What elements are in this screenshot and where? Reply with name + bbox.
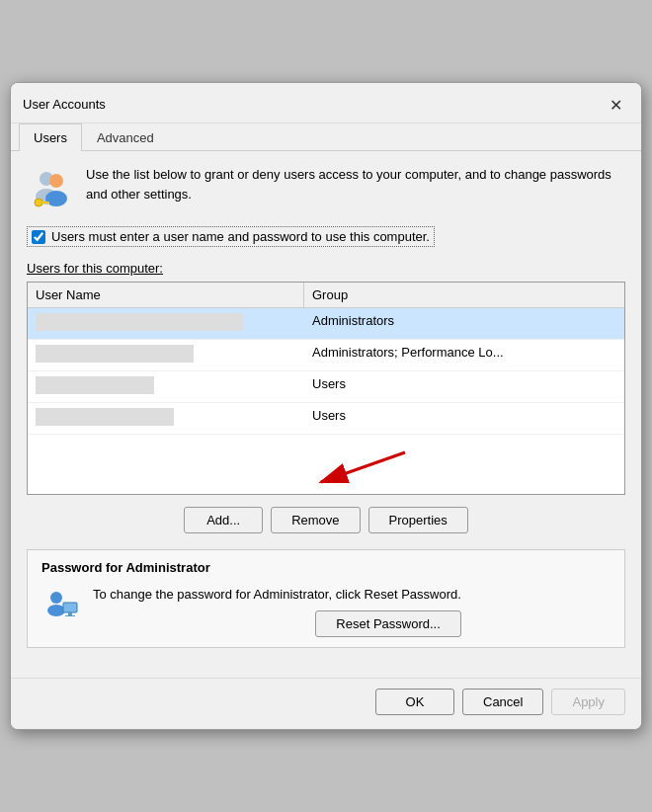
info-box: Use the list below to grant or deny user… (27, 165, 625, 212)
blurred-username (36, 376, 154, 394)
properties-button[interactable]: Properties (368, 507, 468, 533)
cell-username (28, 403, 304, 434)
cell-group: Users (304, 371, 624, 402)
title-bar: User Accounts ✕ (11, 83, 641, 123)
svg-point-9 (50, 592, 62, 604)
password-content: To change the password for Administrator… (41, 585, 611, 637)
tab-users[interactable]: Users (19, 123, 82, 151)
users-section-label: Users for this computer: (27, 261, 625, 276)
add-button[interactable]: Add... (184, 507, 263, 533)
users-table: User Name Group Administrators Administr… (27, 282, 625, 495)
svg-point-2 (49, 174, 63, 188)
col-username: User Name (28, 283, 304, 307)
svg-rect-6 (47, 202, 49, 204)
blurred-username (36, 313, 243, 331)
cell-username (28, 371, 304, 402)
apply-button[interactable]: Apply (551, 689, 625, 715)
tab-advanced[interactable]: Advanced (82, 123, 169, 151)
close-button[interactable]: ✕ (602, 91, 629, 119)
table-row[interactable]: Users (28, 403, 624, 435)
svg-line-8 (321, 452, 405, 482)
table-actions: Add... Remove Properties (27, 507, 625, 533)
blurred-username (36, 408, 174, 426)
ok-button[interactable]: OK (375, 689, 454, 715)
users-label-text: Users for this computer: (27, 261, 163, 276)
checkbox-container: Users must enter a user name and passwor… (27, 226, 625, 247)
password-section: Password for Administrator To change the… (27, 549, 625, 648)
password-info: To change the password for Administrator… (93, 585, 461, 637)
dialog-content: Use the list below to grant or deny user… (11, 151, 641, 678)
cell-group: Administrators; Performance Lo... (304, 340, 624, 370)
table-row[interactable]: Administrators (28, 308, 624, 340)
red-arrow-icon (227, 438, 425, 492)
table-row[interactable]: Users (28, 371, 624, 403)
col-group: Group (304, 283, 624, 307)
cell-username (28, 308, 304, 339)
svg-point-4 (35, 199, 42, 206)
dialog-footer: OK Cancel Apply (11, 678, 641, 729)
cell-group: Users (304, 403, 624, 434)
user-accounts-dialog: User Accounts ✕ Users Advanced (10, 82, 642, 730)
table-header: User Name Group (28, 283, 624, 308)
tab-bar: Users Advanced (11, 123, 641, 151)
must-enter-password-checkbox[interactable] (32, 230, 45, 244)
svg-rect-13 (65, 615, 75, 616)
cancel-button[interactable]: Cancel (462, 689, 543, 715)
users-icon (27, 165, 74, 212)
info-text: Use the list below to grant or deny user… (86, 165, 625, 203)
table-body: Administrators Administrators; Performan… (28, 308, 624, 494)
password-description: To change the password for Administrator… (93, 585, 461, 605)
table-row[interactable]: Administrators; Performance Lo... (28, 340, 624, 371)
checkbox-text: Users must enter a user name and passwor… (51, 229, 430, 244)
password-icon (41, 585, 81, 624)
dialog-title: User Accounts (23, 97, 106, 118)
cell-group: Administrators (304, 308, 624, 339)
blurred-username (36, 345, 194, 363)
reset-password-button[interactable]: Reset Password... (315, 610, 461, 637)
svg-rect-12 (68, 612, 72, 615)
cell-username (28, 340, 304, 370)
must-enter-password-label[interactable]: Users must enter a user name and passwor… (27, 226, 435, 247)
reset-btn-container: Reset Password... (93, 610, 461, 637)
arrow-indicator (28, 435, 624, 494)
password-section-title: Password for Administrator (41, 560, 611, 575)
remove-button[interactable]: Remove (271, 507, 360, 533)
svg-rect-11 (63, 603, 77, 612)
svg-point-10 (47, 605, 65, 616)
